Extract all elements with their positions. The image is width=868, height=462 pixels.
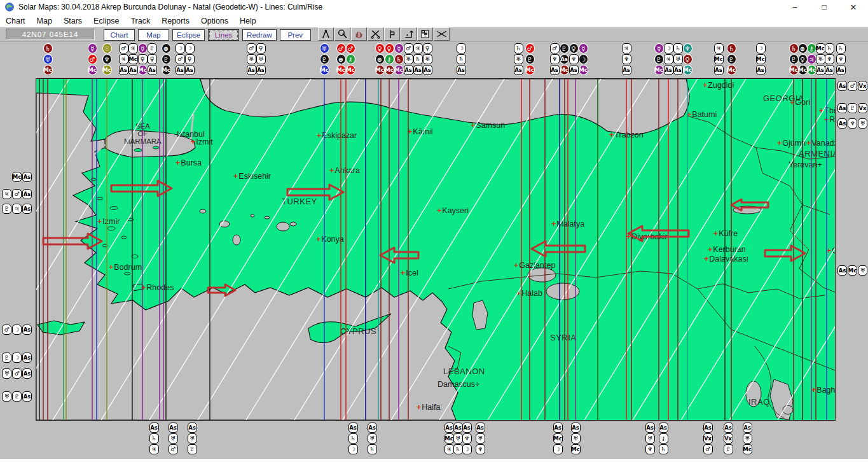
city-plus-marker: + [316, 235, 320, 244]
menu-item-eclipse[interactable]: Eclipse [88, 17, 125, 25]
city-name: Halab [521, 289, 542, 298]
line-select-tool[interactable] [384, 27, 400, 41]
planet-glyph-badge: ♅ [858, 118, 867, 129]
angle-badge-as: As [22, 353, 32, 363]
top-line-marker-column: ☽♃As [663, 43, 673, 75]
toolbar-button-prev[interactable]: Prev [280, 29, 311, 41]
crossing-lines-tool[interactable] [434, 27, 450, 41]
top-line-marker-column: ♂♇Mc [525, 43, 535, 75]
planet-glyph-badge: ♂ [346, 43, 355, 53]
planet-glyph-badge: ♆ [683, 43, 692, 53]
city-label: +Bursa [176, 158, 202, 167]
toolbar-button-lines[interactable]: Lines [208, 29, 239, 41]
angle-badge-as: As [462, 423, 472, 433]
locate-tool[interactable] [401, 27, 417, 41]
city-name: Ankara [334, 166, 360, 175]
city-plus-marker: + [109, 263, 113, 272]
angle-badge-mc: Mc [375, 65, 385, 75]
planet-glyph-badge: ♅ [673, 54, 683, 64]
angle-badge-as: As [169, 423, 178, 433]
planet-glyph-badge: ♄ [514, 43, 523, 53]
city-plus-marker: + [827, 246, 831, 255]
angle-badge-as: As [176, 65, 185, 75]
close-button[interactable]: ✕ [839, 0, 868, 14]
menu-item-stars[interactable]: Stars [58, 17, 88, 25]
toolbar-button-redraw[interactable]: Redraw [242, 29, 277, 41]
planet-glyph-badge: ♀ [385, 43, 394, 53]
left-line-marker-row: ♇♃As [2, 204, 32, 214]
planet-glyph-badge: ♀ [569, 43, 579, 53]
measure-tool[interactable] [318, 27, 334, 41]
planet-glyph-badge: ♄ [348, 433, 358, 444]
planet-glyph-badge: ♆ [102, 54, 112, 64]
angle-badge-as: As [836, 65, 846, 75]
city-name: Ru [829, 115, 836, 124]
menu-item-track[interactable]: Track [125, 17, 156, 25]
city-name: Gjumri [782, 139, 806, 148]
top-line-marker-column: ♃♄As [413, 43, 423, 75]
menu-item-chart[interactable]: Chart [0, 17, 31, 25]
maximize-button[interactable]: □ [809, 0, 839, 14]
top-line-marker-column: ♀♆As [568, 43, 579, 75]
planet-glyph-badge: ☽ [553, 444, 563, 454]
planet-glyph-badge: ♂ [12, 189, 22, 199]
map-canvas[interactable]: SEAOFMARMARA Istanbul+Izmit+Bursa+Eskise… [36, 78, 836, 421]
planet-glyph-badge: ♇ [2, 204, 11, 214]
city-name: Baghdad [816, 386, 836, 395]
planet-glyph-badge: ♂ [525, 43, 535, 53]
top-line-marker-column: ☽McAs [755, 43, 766, 75]
planet-glyph-badge: ♄ [394, 54, 404, 64]
toolbar-button-chart[interactable]: Chart [104, 29, 135, 41]
city-label: +Rhodes [141, 283, 174, 292]
menu-item-reports[interactable]: Reports [156, 17, 195, 25]
left-line-marker-row: ♅♇As [2, 391, 32, 402]
menu-item-map[interactable]: Map [31, 17, 58, 25]
angle-badge-mc: Mc [336, 65, 346, 75]
city-name: Batumi [692, 110, 717, 119]
city-plus-marker: + [811, 386, 816, 395]
city-label: +Tbilisi [819, 106, 836, 115]
angle-badge-as: As [185, 65, 195, 75]
cut-lines-tool[interactable] [368, 27, 383, 41]
angle-badge-mc: Mc [138, 65, 148, 75]
angle-badge-as: As [22, 204, 32, 214]
planet-glyph-badge: ⊗ [162, 43, 171, 53]
minimize-button[interactable]: – [780, 0, 809, 14]
city-name: Haifa [422, 403, 440, 412]
planet-glyph-badge: ♂ [848, 81, 857, 91]
city-label: +Malatya [551, 220, 584, 228]
city-label: +Izmir [97, 217, 120, 226]
toolbar-button-map[interactable]: Map [138, 29, 169, 41]
zoom-tool[interactable] [334, 27, 350, 41]
angle-badge-as: As [756, 65, 766, 75]
city-name: Dalavakasi [709, 255, 748, 263]
menu-item-options[interactable]: Options [195, 17, 234, 25]
city-label: +Diyarbakir [626, 232, 668, 241]
top-line-marker-column: ♇♀As [147, 43, 157, 75]
top-line-marker-column: ♀⊛Mc [375, 43, 385, 75]
planet-glyph-badge: ⚷ [346, 54, 355, 64]
bottom-line-marker-column: As♅♂ [168, 423, 178, 454]
city-label: +Bodrum [109, 263, 142, 272]
toolbar: 42N07 045E14 ChartMapEclipseLinesRedrawP… [0, 27, 868, 42]
planet-glyph-badge: ☽ [756, 43, 766, 53]
angle-badge-mc: Mc [571, 444, 581, 454]
pan-tool[interactable] [351, 27, 367, 41]
menu-item-help[interactable]: Help [234, 17, 262, 25]
city-plus-marker: + [626, 232, 631, 241]
angle-badge-as: As [837, 81, 847, 91]
planet-glyph-badge: ♆ [569, 54, 579, 64]
planet-glyph-badge: ♆ [462, 433, 472, 444]
city-plus-marker: + [819, 106, 823, 115]
planet-glyph-badge: ♃ [413, 43, 423, 53]
planet-glyph-badge: ♄ [825, 43, 834, 53]
planet-glyph-badge: ♅ [247, 54, 256, 64]
toolbar-button-eclipse[interactable]: Eclipse [172, 29, 205, 41]
angle-badge-vx: Vx [724, 433, 733, 444]
angle-badge-as: As [659, 423, 668, 433]
info-tool[interactable] [417, 27, 433, 41]
city-plus-marker: + [408, 127, 412, 136]
planet-glyph-badge: ♄ [659, 444, 668, 454]
planet-glyph-badge: ♂ [119, 43, 128, 53]
country-label: GEORGIA [763, 94, 804, 103]
